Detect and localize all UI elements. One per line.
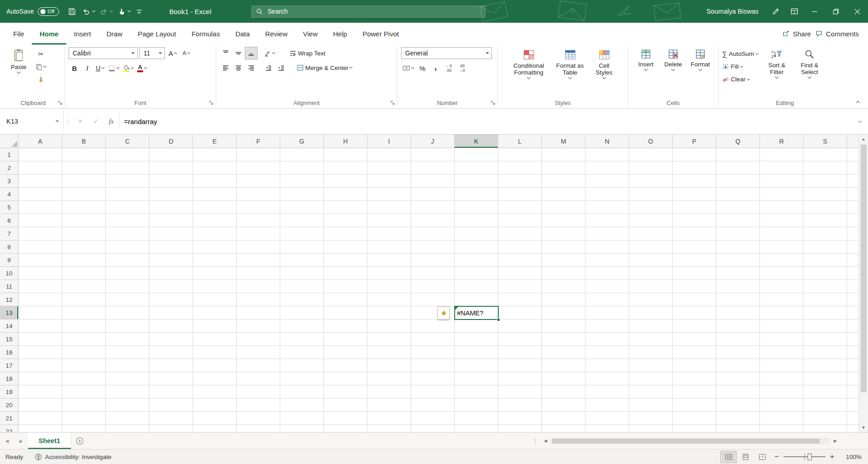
insert-function-button[interactable]: fx [104, 109, 119, 134]
number-format-combo[interactable]: General [401, 47, 492, 59]
font-family-dropdown-icon[interactable] [131, 52, 135, 56]
decrease-font-size-button[interactable]: A [180, 47, 192, 59]
touch-mode-dropdown-icon[interactable] [128, 9, 131, 12]
tab-home[interactable]: Home [32, 23, 66, 45]
row-header-13[interactable]: 13 [0, 306, 18, 319]
row-header-22[interactable]: 22 [0, 425, 18, 432]
fill-color-dropdown-icon[interactable] [131, 66, 134, 69]
formula-input[interactable]: =randarray [119, 109, 852, 134]
row-header-12[interactable]: 12 [0, 293, 18, 306]
column-header-O[interactable]: O [629, 135, 673, 148]
save-button[interactable] [66, 4, 79, 19]
orientation-button[interactable]: ab [263, 47, 276, 59]
clear-dropdown-icon[interactable] [747, 77, 750, 80]
delete-cells-button[interactable]: Delete [660, 47, 686, 98]
add-sheet-button[interactable] [71, 433, 89, 449]
column-header-M[interactable]: M [542, 135, 585, 148]
column-header-G[interactable]: G [280, 135, 324, 148]
scroll-right-button[interactable]: ▶ [831, 439, 840, 443]
insert-dropdown-icon[interactable] [644, 67, 648, 71]
italic-button[interactable]: I [81, 62, 93, 74]
clear-button[interactable]: Clear [722, 74, 758, 85]
accounting-format-button[interactable] [401, 62, 415, 74]
row-header-3[interactable]: 3 [0, 175, 18, 188]
align-bottom-button[interactable] [245, 47, 257, 59]
tab-formulas[interactable]: Formulas [184, 23, 228, 45]
increase-font-size-button[interactable]: A [167, 47, 179, 59]
wrap-text-button[interactable]: Wrap Text [288, 47, 327, 59]
paste-dropdown-icon[interactable] [17, 70, 20, 74]
share-button[interactable]: Share [782, 30, 811, 38]
column-header-J[interactable]: J [411, 135, 455, 148]
row-header-18[interactable]: 18 [0, 372, 18, 385]
column-header-R[interactable]: R [760, 135, 804, 148]
column-header-N[interactable]: N [585, 135, 629, 148]
row-header-1[interactable]: 1 [0, 148, 18, 161]
column-header-H[interactable]: H [324, 135, 367, 148]
font-family-combo[interactable]: Calibri [69, 47, 138, 59]
zoom-slider-thumb[interactable] [808, 454, 812, 460]
tab-insert[interactable]: Insert [66, 23, 99, 45]
tab-data[interactable]: Data [228, 23, 258, 45]
autosum-button[interactable]: ∑AutoSum [722, 48, 758, 60]
find-select-dropdown-icon[interactable] [808, 75, 811, 79]
tab-scroll-split-handle[interactable]: ⋮ [529, 433, 541, 449]
number-dialog-launcher[interactable] [490, 100, 496, 106]
copy-button[interactable] [35, 61, 47, 73]
scroll-down-button[interactable]: ▼ [859, 423, 868, 432]
bold-button[interactable]: B [69, 62, 80, 74]
sheet-tab-sheet1[interactable]: Sheet1 [28, 433, 71, 449]
fill-button[interactable]: Fill [722, 61, 758, 72]
horizontal-scroll-track[interactable] [551, 438, 830, 444]
row-header-14[interactable]: 14 [0, 319, 18, 333]
tab-view[interactable]: View [295, 23, 325, 45]
column-header-D[interactable]: D [149, 135, 193, 148]
zoom-level[interactable]: 100% [841, 454, 862, 460]
zoom-out-button[interactable]: − [771, 451, 782, 463]
row-header-6[interactable]: 6 [0, 214, 18, 227]
alignment-dialog-launcher[interactable] [389, 100, 396, 106]
fill-handle[interactable] [497, 318, 500, 321]
increase-decimal-button[interactable]: ←0.00 [443, 62, 455, 74]
merge-center-button[interactable]: Merge & Center [295, 62, 353, 74]
autosum-dropdown-icon[interactable] [755, 51, 759, 55]
align-middle-button[interactable] [233, 47, 244, 59]
underline-button[interactable]: U [94, 62, 106, 74]
comma-style-button[interactable]: , [430, 62, 441, 74]
conditional-formatting-dropdown-icon[interactable] [527, 75, 531, 79]
formula-bar-resize-handle[interactable]: ⋮ [64, 109, 73, 134]
sheet-grid[interactable]: #NAME? ! [19, 148, 858, 432]
row-header-21[interactable]: 21 [0, 412, 18, 425]
vertical-scrollbar[interactable]: ▲ ▼ [858, 135, 868, 432]
format-as-table-dropdown-icon[interactable] [568, 75, 572, 79]
accessibility-status[interactable]: Accessibility: Investigate [35, 454, 111, 460]
enter-button[interactable]: ✓ [88, 109, 104, 134]
column-header-C[interactable]: C [106, 135, 149, 148]
column-header-K[interactable]: K [455, 135, 498, 148]
undo-button[interactable] [80, 4, 93, 19]
increase-indent-button[interactable] [275, 62, 287, 74]
column-header-B[interactable]: B [62, 135, 106, 148]
sheet-nav-right-button[interactable]: ▶ [14, 433, 28, 449]
row-header-9[interactable]: 9 [0, 254, 18, 267]
column-header-A[interactable]: A [19, 135, 62, 148]
delete-dropdown-icon[interactable] [671, 67, 675, 71]
column-header-I[interactable]: I [367, 135, 411, 148]
column-header-Q[interactable]: Q [716, 135, 760, 148]
font-size-combo[interactable]: 11 [139, 47, 165, 59]
font-dialog-launcher[interactable] [208, 100, 214, 106]
search-box[interactable]: Search [250, 5, 486, 19]
align-center-button[interactable] [233, 62, 244, 74]
normal-view-button[interactable] [721, 451, 736, 463]
row-header-10[interactable]: 10 [0, 267, 18, 280]
autosave-control[interactable]: AutoSave Off [6, 7, 59, 16]
page-break-preview-button[interactable] [754, 451, 770, 463]
customize-quick-access-button[interactable] [133, 4, 146, 19]
row-header-17[interactable]: 17 [0, 359, 18, 372]
decrease-decimal-button[interactable]: .00→0 [456, 62, 468, 74]
row-header-16[interactable]: 16 [0, 346, 18, 359]
error-options-button[interactable]: ! [437, 306, 450, 319]
close-button[interactable] [847, 0, 868, 23]
tab-draw[interactable]: Draw [99, 23, 130, 45]
paste-button[interactable]: Paste [5, 47, 32, 98]
